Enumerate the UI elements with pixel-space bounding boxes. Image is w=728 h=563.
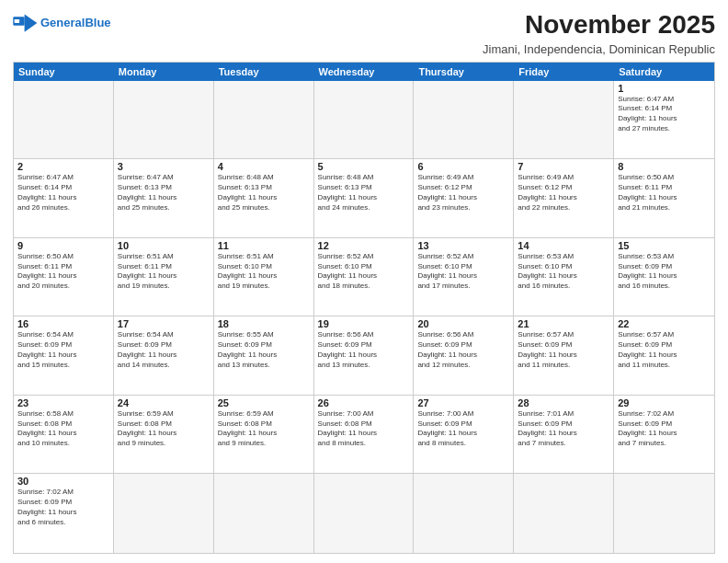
day-cell-empty xyxy=(514,474,614,553)
day-number: 30 xyxy=(17,476,109,487)
month-title: November 2025 xyxy=(483,9,715,40)
day-number: 4 xyxy=(218,161,310,172)
day-header-monday: Monday xyxy=(114,63,214,81)
day-cell-empty xyxy=(414,81,514,160)
day-cell-29: 29Sunrise: 7:02 AM Sunset: 6:09 PM Dayli… xyxy=(614,396,714,475)
day-header-tuesday: Tuesday xyxy=(214,63,314,81)
day-number: 6 xyxy=(417,161,509,172)
day-info: Sunrise: 6:53 AM Sunset: 6:09 PM Dayligh… xyxy=(618,252,711,292)
day-number: 25 xyxy=(218,397,310,408)
day-info: Sunrise: 6:59 AM Sunset: 6:08 PM Dayligh… xyxy=(218,409,310,449)
subtitle: Jimani, Independencia, Dominican Republi… xyxy=(483,42,715,56)
day-cell-empty xyxy=(514,81,614,160)
day-number: 1 xyxy=(618,83,711,94)
day-header-thursday: Thursday xyxy=(414,63,514,81)
day-number: 21 xyxy=(518,318,609,329)
header: GeneralBlue November 2025 Jimani, Indepe… xyxy=(13,9,715,56)
logo-blue: Blue xyxy=(85,16,110,29)
day-number: 19 xyxy=(318,318,410,329)
day-info: Sunrise: 6:54 AM Sunset: 6:09 PM Dayligh… xyxy=(118,330,210,370)
day-info: Sunrise: 6:56 AM Sunset: 6:09 PM Dayligh… xyxy=(318,330,410,370)
day-number: 27 xyxy=(417,397,509,408)
day-info: Sunrise: 6:58 AM Sunset: 6:08 PM Dayligh… xyxy=(17,409,109,449)
day-info: Sunrise: 7:02 AM Sunset: 6:09 PM Dayligh… xyxy=(17,488,109,527)
day-info: Sunrise: 6:52 AM Sunset: 6:10 PM Dayligh… xyxy=(417,252,509,292)
day-cell-9: 9Sunrise: 6:50 AM Sunset: 6:11 PM Daylig… xyxy=(14,238,114,317)
day-cell-empty xyxy=(114,81,214,160)
day-cell-4: 4Sunrise: 6:48 AM Sunset: 6:13 PM Daylig… xyxy=(214,159,314,238)
day-number: 10 xyxy=(118,240,210,251)
day-cell-empty xyxy=(114,474,214,553)
day-cell-10: 10Sunrise: 6:51 AM Sunset: 6:11 PM Dayli… xyxy=(114,238,214,317)
day-cell-27: 27Sunrise: 7:00 AM Sunset: 6:09 PM Dayli… xyxy=(414,396,514,475)
day-info: Sunrise: 6:48 AM Sunset: 6:13 PM Dayligh… xyxy=(218,173,310,213)
day-number: 8 xyxy=(618,161,711,172)
day-number: 17 xyxy=(118,318,210,329)
day-cell-2: 2Sunrise: 6:47 AM Sunset: 6:14 PM Daylig… xyxy=(14,159,114,238)
day-number: 15 xyxy=(618,240,711,251)
day-number: 23 xyxy=(17,397,109,408)
day-cell-14: 14Sunrise: 6:53 AM Sunset: 6:10 PM Dayli… xyxy=(514,238,614,317)
logo: GeneralBlue xyxy=(13,13,111,33)
logo-icon xyxy=(13,13,39,33)
day-cell-24: 24Sunrise: 6:59 AM Sunset: 6:08 PM Dayli… xyxy=(114,396,214,475)
day-info: Sunrise: 7:02 AM Sunset: 6:09 PM Dayligh… xyxy=(618,409,711,449)
page: GeneralBlue November 2025 Jimani, Indepe… xyxy=(0,0,728,563)
day-cell-19: 19Sunrise: 6:56 AM Sunset: 6:09 PM Dayli… xyxy=(314,316,415,396)
day-number: 13 xyxy=(417,240,509,251)
svg-marker-1 xyxy=(25,14,38,31)
day-cell-16: 16Sunrise: 6:54 AM Sunset: 6:09 PM Dayli… xyxy=(14,316,114,396)
day-number: 14 xyxy=(518,240,609,251)
day-cell-11: 11Sunrise: 6:51 AM Sunset: 6:10 PM Dayli… xyxy=(214,238,314,317)
day-cell-7: 7Sunrise: 6:49 AM Sunset: 6:12 PM Daylig… xyxy=(514,159,614,238)
day-header-wednesday: Wednesday xyxy=(314,63,415,81)
day-number: 22 xyxy=(618,318,711,329)
day-header-friday: Friday xyxy=(514,63,614,81)
logo-text: GeneralBlue xyxy=(40,17,111,29)
day-number: 2 xyxy=(17,161,109,172)
day-number: 9 xyxy=(17,240,109,251)
day-cell-6: 6Sunrise: 6:49 AM Sunset: 6:12 PM Daylig… xyxy=(414,159,514,238)
day-info: Sunrise: 6:50 AM Sunset: 6:11 PM Dayligh… xyxy=(618,173,711,213)
day-header-saturday: Saturday xyxy=(614,63,714,81)
day-info: Sunrise: 6:48 AM Sunset: 6:13 PM Dayligh… xyxy=(318,173,410,213)
day-info: Sunrise: 6:49 AM Sunset: 6:12 PM Dayligh… xyxy=(417,173,509,213)
day-cell-empty xyxy=(214,474,314,553)
day-info: Sunrise: 6:57 AM Sunset: 6:09 PM Dayligh… xyxy=(618,330,711,370)
day-number: 26 xyxy=(318,397,410,408)
day-info: Sunrise: 6:47 AM Sunset: 6:14 PM Dayligh… xyxy=(618,95,711,134)
day-info: Sunrise: 6:47 AM Sunset: 6:13 PM Dayligh… xyxy=(118,173,210,213)
day-cell-empty xyxy=(314,81,415,160)
day-cell-21: 21Sunrise: 6:57 AM Sunset: 6:09 PM Dayli… xyxy=(514,316,614,396)
day-cell-empty xyxy=(314,474,415,553)
day-cell-8: 8Sunrise: 6:50 AM Sunset: 6:11 PM Daylig… xyxy=(614,159,714,238)
day-number: 29 xyxy=(618,397,711,408)
svg-rect-2 xyxy=(15,19,20,23)
day-info: Sunrise: 6:49 AM Sunset: 6:12 PM Dayligh… xyxy=(518,173,609,213)
day-info: Sunrise: 6:53 AM Sunset: 6:10 PM Dayligh… xyxy=(518,252,609,292)
logo-general: General xyxy=(40,16,85,29)
day-cell-5: 5Sunrise: 6:48 AM Sunset: 6:13 PM Daylig… xyxy=(314,159,415,238)
day-info: Sunrise: 6:47 AM Sunset: 6:14 PM Dayligh… xyxy=(17,173,109,213)
day-cell-empty xyxy=(214,81,314,160)
day-info: Sunrise: 7:00 AM Sunset: 6:08 PM Dayligh… xyxy=(318,409,410,449)
day-cell-17: 17Sunrise: 6:54 AM Sunset: 6:09 PM Dayli… xyxy=(114,316,214,396)
day-info: Sunrise: 6:51 AM Sunset: 6:10 PM Dayligh… xyxy=(218,252,310,292)
day-cell-3: 3Sunrise: 6:47 AM Sunset: 6:13 PM Daylig… xyxy=(114,159,214,238)
day-cell-22: 22Sunrise: 6:57 AM Sunset: 6:09 PM Dayli… xyxy=(614,316,714,396)
day-cell-1: 1Sunrise: 6:47 AM Sunset: 6:14 PM Daylig… xyxy=(614,81,714,160)
calendar-grid: 1Sunrise: 6:47 AM Sunset: 6:14 PM Daylig… xyxy=(14,81,714,553)
day-info: Sunrise: 6:56 AM Sunset: 6:09 PM Dayligh… xyxy=(417,330,509,370)
day-cell-30: 30Sunrise: 7:02 AM Sunset: 6:09 PM Dayli… xyxy=(14,474,114,553)
day-number: 16 xyxy=(17,318,109,329)
day-info: Sunrise: 7:01 AM Sunset: 6:09 PM Dayligh… xyxy=(518,409,609,449)
day-info: Sunrise: 7:00 AM Sunset: 6:09 PM Dayligh… xyxy=(417,409,509,449)
day-info: Sunrise: 6:50 AM Sunset: 6:11 PM Dayligh… xyxy=(17,252,109,292)
day-number: 12 xyxy=(318,240,410,251)
day-info: Sunrise: 6:57 AM Sunset: 6:09 PM Dayligh… xyxy=(518,330,609,370)
day-info: Sunrise: 6:59 AM Sunset: 6:08 PM Dayligh… xyxy=(118,409,210,449)
day-number: 11 xyxy=(218,240,310,251)
day-header-sunday: Sunday xyxy=(14,63,114,81)
day-info: Sunrise: 6:52 AM Sunset: 6:10 PM Dayligh… xyxy=(318,252,410,292)
day-number: 5 xyxy=(318,161,410,172)
